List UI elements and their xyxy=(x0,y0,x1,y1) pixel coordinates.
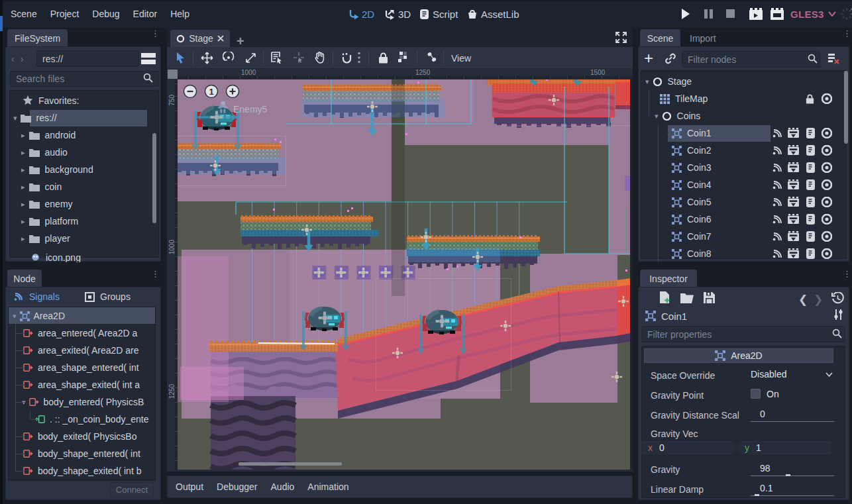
svg-text:1: 1 xyxy=(209,87,213,97)
svg-text:Enemy5: Enemy5 xyxy=(233,104,268,115)
